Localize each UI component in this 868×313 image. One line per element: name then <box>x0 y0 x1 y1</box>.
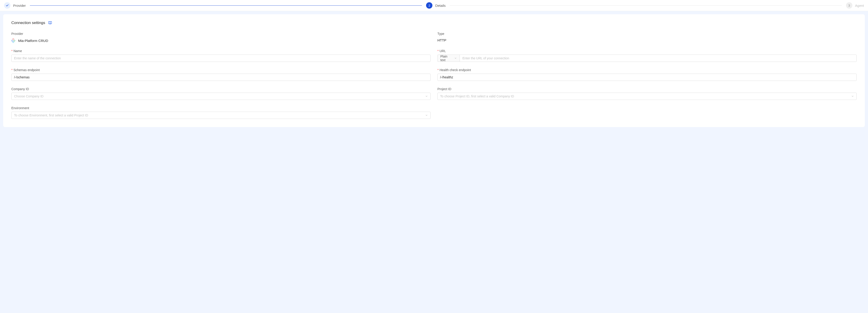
step-badge-provider <box>4 2 10 9</box>
project-id-label: Project ID <box>437 87 857 91</box>
project-id-select[interactable]: To choose Project ID, first select a val… <box>437 93 857 100</box>
mia-platform-icon <box>11 38 16 43</box>
step-label-agent: Agent <box>855 4 864 7</box>
connection-settings-panel: Connection settings Provider Mia-Platfor… <box>3 14 865 127</box>
environment-select[interactable]: To choose Environment, first select a va… <box>11 112 431 119</box>
url-label: *URL <box>437 49 857 53</box>
chevron-down-icon <box>425 114 428 117</box>
company-id-label: Company ID <box>11 87 431 91</box>
environment-label: Environment <box>11 106 431 110</box>
step-connector-2 <box>450 5 842 6</box>
url-input[interactable] <box>460 55 857 62</box>
name-label: *Name <box>11 49 431 53</box>
stepper: Provider 2 Details 3 Agent <box>0 0 868 11</box>
chevron-down-icon <box>454 57 457 60</box>
type-value: HTTP <box>437 37 857 42</box>
step-agent[interactable]: 3 Agent <box>846 2 864 9</box>
provider-label: Provider <box>11 32 431 36</box>
schemas-endpoint-field: *Schemas endpoint <box>11 68 431 81</box>
health-check-endpoint-label: *Health check endpoint <box>437 68 857 72</box>
project-id-placeholder: To choose Project ID, first select a val… <box>440 95 514 98</box>
chevron-down-icon <box>425 95 428 98</box>
type-label: Type <box>437 32 857 36</box>
company-id-select[interactable]: Choose Company ID <box>11 93 431 100</box>
step-label-details: Details <box>435 4 445 7</box>
environment-placeholder: To choose Environment, first select a va… <box>14 113 88 117</box>
url-type-selector[interactable]: Plain text <box>437 55 460 62</box>
health-check-endpoint-input[interactable] <box>437 74 857 81</box>
step-provider[interactable]: Provider <box>4 2 26 9</box>
panel-title: Connection settings <box>11 21 45 25</box>
step-badge-agent: 3 <box>846 2 852 9</box>
health-check-endpoint-field: *Health check endpoint <box>437 68 857 81</box>
panel-header: Connection settings <box>11 21 857 25</box>
provider-value: Mia-Platform CRUD <box>18 39 48 43</box>
company-id-field: Company ID Choose Company ID <box>11 87 431 100</box>
step-details[interactable]: 2 Details <box>426 2 445 9</box>
name-input[interactable] <box>11 55 431 62</box>
company-id-placeholder: Choose Company ID <box>14 95 43 98</box>
step-connector-1 <box>30 5 422 6</box>
step-badge-details: 2 <box>426 2 432 9</box>
environment-field: Environment To choose Environment, first… <box>11 106 431 119</box>
chevron-down-icon <box>851 95 854 98</box>
provider-value-row: Mia-Platform CRUD <box>11 37 431 43</box>
project-id-field: Project ID To choose Project ID, first s… <box>437 87 857 100</box>
name-field: *Name <box>11 49 431 62</box>
url-input-group: Plain text <box>437 55 857 62</box>
form-grid: Provider Mia-Platform CRUD Type HTTP *Na… <box>11 32 857 119</box>
schemas-endpoint-input[interactable] <box>11 74 431 81</box>
check-icon <box>6 4 9 7</box>
url-addon-label: Plain text <box>440 55 452 62</box>
provider-field: Provider Mia-Platform CRUD <box>11 32 431 43</box>
step-label-provider: Provider <box>13 4 26 7</box>
type-field: Type HTTP <box>437 32 857 43</box>
schemas-endpoint-label: *Schemas endpoint <box>11 68 431 72</box>
book-icon[interactable] <box>48 21 52 25</box>
url-field: *URL Plain text <box>437 49 857 62</box>
